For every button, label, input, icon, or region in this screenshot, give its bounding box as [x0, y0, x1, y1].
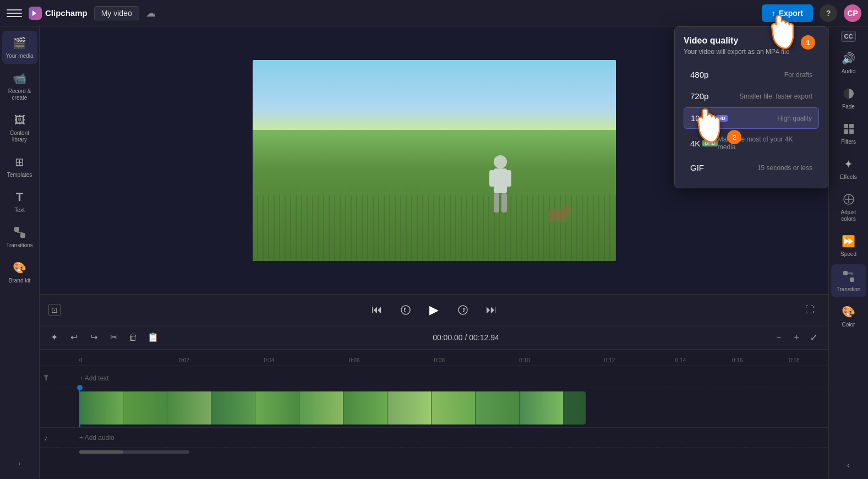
ruler-mark-14: 0:14 [675, 357, 686, 363]
topbar-right: ↑ Export ? CP [762, 4, 861, 22]
add-text-button[interactable]: + Add text [79, 374, 109, 382]
timeline-area: ✦ ↩ ↪ ✂ 🗑 📋 00:00.00 / 00:12.94 － ＋ ⤢ 0 … [40, 325, 828, 479]
content-icon: 🖼 [12, 112, 28, 128]
svg-point-3 [494, 155, 507, 168]
step-fwd-button[interactable] [453, 300, 473, 320]
svg-rect-23 [849, 129, 854, 134]
ruler-mark-10: 0:10 [519, 357, 529, 363]
delete-button[interactable]: 🗑 [125, 330, 141, 345]
undo-button[interactable]: ↩ [66, 330, 81, 345]
right-sidebar: CC 🔊 Audio Fade Filters ✦ Effects Adjust… [828, 26, 868, 479]
quality-panel-subtitle: Your video will export as an MP4 file [684, 48, 819, 56]
right-sidebar-transition[interactable]: Transition [831, 264, 866, 297]
right-sidebar-audio[interactable]: 🔊 Audio [831, 46, 866, 79]
left-sidebar: 🎬 Your media 📹 Record & create 🖼 Content… [0, 26, 40, 479]
quality-panel-title: Video quality [684, 36, 819, 46]
duplicate-button[interactable]: 📋 [145, 330, 161, 345]
sidebar-item-brand-kit[interactable]: 🎨 Brand kit [2, 255, 37, 289]
right-sidebar-collapse-button[interactable]: ‹ [843, 456, 854, 475]
adjust-colors-icon [841, 192, 856, 207]
fullscreen-button[interactable]: ⛶ [800, 300, 820, 320]
right-label-effects: Effects [840, 174, 856, 181]
zoom-out-button[interactable]: － [771, 330, 787, 345]
zoom-controls: － ＋ ⤢ [771, 330, 822, 345]
quality-option-4k[interactable]: 4K UHD Make the most of your 4K media [684, 130, 819, 156]
right-label-adjust-colors: Adjust colors [833, 209, 864, 222]
sidebar-item-your-media[interactable]: 🎬 Your media [2, 31, 37, 64]
export-button[interactable]: ↑ Export [762, 4, 813, 22]
right-sidebar-speed[interactable]: ⏩ Speed [831, 229, 866, 262]
sidebar-item-templates[interactable]: ⊞ Templates [2, 150, 37, 183]
record-icon: 📹 [12, 70, 28, 86]
video-track[interactable] [79, 391, 586, 424]
right-sidebar-filters[interactable]: Filters [831, 117, 866, 150]
hamburger-menu-button[interactable] [7, 6, 22, 21]
ruler-mark-4: 0:04 [264, 357, 274, 363]
timeline-ruler: 0 0:02 0:04 0:06 0:08 0:10 0:12 0:14 0:1… [40, 350, 828, 366]
templates-icon: ⊞ [12, 154, 28, 170]
playback-controls: ⊡ ⏮ ▶ ⏭ ⛶ [40, 294, 828, 325]
right-sidebar-adjust-colors[interactable]: Adjust colors [831, 187, 866, 227]
transitions-icon [12, 225, 28, 240]
sidebar-item-record-create[interactable]: 📹 Record & create [2, 66, 37, 106]
redo-button[interactable]: ↪ [86, 330, 101, 345]
scrollbar-thumb[interactable] [79, 450, 123, 454]
playhead[interactable] [79, 388, 80, 427]
brand-icon: 🎨 [12, 260, 28, 275]
speed-icon: ⏩ [841, 233, 856, 249]
time-display: 00:00.00 / 00:12.94 [433, 333, 499, 342]
sidebar-label-record-create: Record & create [4, 88, 35, 101]
captions-button[interactable]: CC [841, 31, 856, 42]
quality-option-1080p[interactable]: 1080p HD High quality [684, 107, 819, 129]
quality-badge-uhd: UHD [702, 140, 718, 146]
sidebar-item-content-library[interactable]: 🖼 Content library [2, 108, 37, 148]
ruler-mark-6: 0:06 [349, 357, 359, 363]
video-frame [253, 60, 616, 261]
add-audio-button[interactable]: + Add audio [79, 434, 114, 442]
video-title-input[interactable]: My video [94, 6, 139, 20]
quality-name-720p: 720p [690, 91, 708, 101]
svg-rect-4 [494, 168, 507, 193]
video-thumb-5 [255, 391, 299, 424]
quality-badge-hd: HD [716, 115, 728, 122]
ruler-mark-2: 0:02 [178, 357, 189, 363]
svg-rect-7 [494, 193, 499, 213]
app-logo: Clipchamp [29, 7, 88, 20]
split-button[interactable]: ✂ [106, 330, 121, 345]
svg-rect-20 [844, 124, 848, 128]
right-sidebar-effects[interactable]: ✦ Effects [831, 152, 866, 185]
video-thumb-8 [387, 391, 432, 424]
timeline-scrollbar[interactable] [40, 448, 828, 456]
filters-icon [841, 121, 856, 137]
right-label-audio: Audio [842, 68, 856, 75]
help-button[interactable]: ? [820, 4, 837, 22]
subtitle-toggle-button[interactable]: ⊡ [48, 304, 61, 316]
fit-button[interactable]: ⤢ [806, 330, 822, 345]
ruler-mark-16: 0:16 [732, 357, 743, 363]
svg-rect-28 [850, 277, 854, 282]
svg-rect-14 [563, 218, 566, 222]
play-button[interactable]: ▶ [424, 300, 444, 320]
text-track-row: T + Add text [40, 368, 828, 388]
scrollbar-track[interactable] [79, 450, 189, 454]
right-sidebar-fade[interactable]: Fade [831, 81, 866, 115]
sidebar-item-text[interactable]: T Text [2, 185, 37, 218]
audio-track-label: ♪ [40, 433, 79, 442]
rewind-button[interactable]: ⏮ [367, 300, 387, 320]
quality-option-480p[interactable]: 480p For drafts [684, 64, 819, 85]
topbar: Clipchamp My video ☁ ↑ Export ? CP [0, 0, 868, 26]
quality-option-720p[interactable]: 720p Smaller file, faster export [684, 86, 819, 106]
magic-edit-button[interactable]: ✦ [46, 330, 62, 345]
sidebar-item-transitions[interactable]: Transitions [2, 220, 37, 253]
quality-option-gif[interactable]: GIF 15 seconds or less [684, 157, 819, 178]
step-back-button[interactable] [396, 300, 416, 320]
skip-button[interactable]: ⏭ [482, 300, 501, 320]
effects-icon: ✦ [841, 156, 856, 172]
right-sidebar-color[interactable]: 🎨 Color [831, 300, 866, 333]
svg-rect-8 [501, 193, 507, 213]
zoom-in-button[interactable]: ＋ [789, 330, 804, 345]
svg-point-17 [458, 306, 467, 314]
avatar-button[interactable]: CP [844, 4, 861, 22]
right-label-filters: Filters [841, 139, 856, 145]
sidebar-expand-button[interactable]: › [14, 453, 25, 475]
